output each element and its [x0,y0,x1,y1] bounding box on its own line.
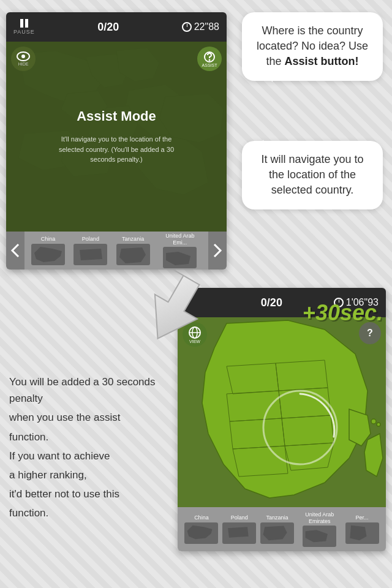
top-bar: PAUSE 0/20 22"88 [6,12,227,42]
timer-display: 22"88 [182,21,219,32]
tanzania-silhouette-2 [260,522,294,544]
instruction-line-4: If you want to achieve [9,448,168,464]
tanzania-silhouette [116,244,150,265]
peru-silhouette [345,522,379,544]
assist-label: ASSIST [202,63,217,67]
poland-silhouette-2 [222,522,256,544]
country-label-china-2: China [194,514,209,521]
instruction-line-6: it'd better not to use this [9,486,168,502]
country-label-poland-2: Poland [231,514,248,521]
svg-point-3 [209,59,211,61]
list-item[interactable]: Tanzania [260,514,294,544]
country-label-poland: Poland [82,236,99,243]
timer-icon [182,22,192,32]
instruction-line-7: function. [9,505,168,521]
instruction-text: You will be added a 30 seconds penalty w… [9,374,168,524]
score-display-2: 0/20 [261,296,282,309]
penalty-text: +30sec. [303,300,383,326]
pause-button[interactable]: PAUSE [13,19,35,35]
hide-label: HIDE [18,62,29,66]
country-label-uae-2: United Arab Emirates [298,511,341,525]
svg-point-5 [377,423,380,426]
right-chevron-icon [211,241,224,260]
list-item[interactable]: United Arab Emi... [159,233,202,269]
hide-button[interactable]: HIDE [11,47,36,71]
direction-arrow-icon [141,270,214,355]
assist-overlay: Assist Mode It'll navigate you to the lo… [6,42,227,232]
list-item[interactable]: United Arab Emirates [298,511,341,548]
country-items: China Poland Tanzania [24,233,208,269]
bottom-strip-top: China Poland Tanzania [6,232,227,270]
instruction-line-1: You will be added a 30 seconds penalty [9,374,168,407]
top-game-screenshot: PAUSE 0/20 22"88 [6,12,227,270]
china-silhouette [31,244,65,265]
bubble1-text: Where is the country located? No idea? U… [257,24,368,67]
pause-icon [20,19,28,28]
list-item[interactable]: Poland [222,514,256,544]
timer-value: 22"88 [194,21,219,32]
left-chevron-icon [9,241,21,260]
list-item[interactable]: China [184,514,218,544]
list-item[interactable]: China [31,236,65,265]
score-display: 0/20 [97,21,119,34]
map-area-top: HIDE ASSIST Assist Mode It'll navigate y… [6,42,227,232]
next-arrow[interactable] [208,232,227,270]
list-item[interactable]: Poland [74,236,107,265]
poland-silhouette [74,244,107,265]
uae-silhouette-2 [303,526,336,547]
china-silhouette-2 [184,522,218,544]
svg-point-1 [21,55,25,58]
assist-title: Assist Mode [77,108,156,124]
country-label-tanzania: Tanzania [122,236,144,243]
svg-point-4 [371,419,376,424]
pause-bar-right [25,19,28,28]
list-item[interactable]: Per... [345,514,379,544]
country-items-2: China Poland Tanzania [178,511,386,548]
speech-bubble-2: It will navigate you to the location of … [242,141,383,209]
country-label-per: Per... [356,514,369,521]
pause-label: PAUSE [13,29,35,35]
instruction-line-5: a higher ranking, [9,467,168,483]
country-label-china: China [41,236,56,243]
big-arrow [141,270,214,355]
country-label-uae: United Arab Emi... [159,233,202,246]
pause-bar-left [20,19,23,28]
eye-icon [17,51,30,61]
bubble2-text: It will navigate you to the location of … [261,153,363,196]
list-item[interactable]: Tanzania [116,236,150,265]
bubble1-bold: Assist button! [285,55,359,67]
speech-bubble-1: Where is the country located? No idea? U… [242,12,383,81]
assist-description: It'll navigate you to the location of th… [49,134,184,165]
assist-button[interactable]: ASSIST [197,47,222,71]
assist-icon [203,51,216,63]
country-label-tanzania-2: Tanzania [266,514,288,521]
prev-arrow[interactable] [6,232,24,270]
timer-hand [187,24,187,27]
uae-silhouette [163,247,197,268]
assist-question-icon: ? [367,328,373,339]
instruction-line-3: function. [9,429,168,445]
instruction-line-2: when you use the assist [9,409,168,426]
bottom-strip-bottom: China Poland Tanzania [178,507,386,551]
